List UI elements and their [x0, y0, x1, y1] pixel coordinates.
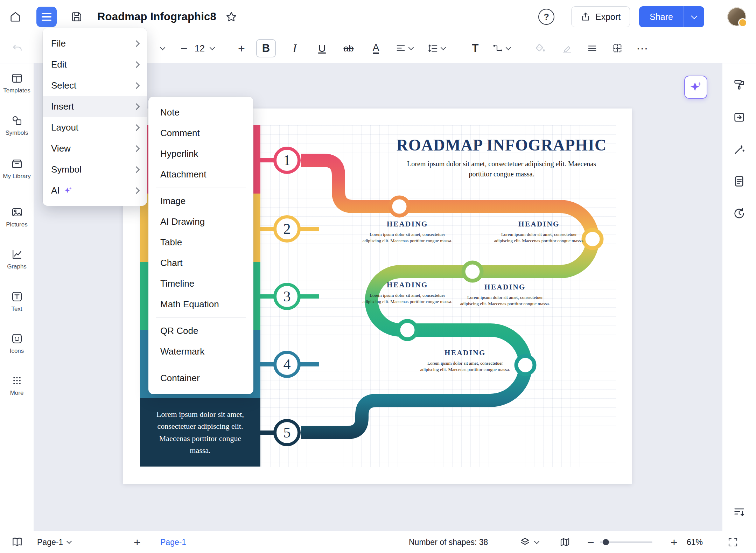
main-menu-button[interactable] — [36, 7, 57, 27]
font-family-dropdown-chevron[interactable] — [154, 39, 171, 57]
submenu-item-watermark[interactable]: Watermark — [148, 341, 253, 362]
submenu-item-math-equation[interactable]: Math Equation — [148, 294, 253, 315]
submenu-item-table[interactable]: Table — [148, 232, 253, 253]
collapse-panel-button[interactable] — [732, 504, 747, 521]
menu-divider — [156, 188, 246, 188]
menu-item-ai[interactable]: AI — [43, 180, 147, 201]
fullscreen-button[interactable] — [725, 536, 741, 548]
sidebar-item-symbols[interactable]: Symbols — [0, 115, 34, 136]
submenu-item-hyperlink[interactable]: Hyperlink — [148, 144, 253, 164]
step-circle-5[interactable]: 5 — [273, 419, 301, 446]
history-panel-button[interactable] — [732, 206, 747, 222]
share-split-button[interactable]: Share — [639, 6, 704, 27]
style-panel-button[interactable] — [732, 77, 747, 93]
submenu-item-timeline[interactable]: Timeline — [148, 273, 253, 294]
more-grid-icon — [11, 375, 23, 386]
italic-button[interactable]: I — [286, 39, 303, 57]
favorite-button[interactable] — [225, 11, 237, 23]
connector-style-button[interactable] — [490, 39, 512, 57]
text-align-button[interactable] — [393, 39, 415, 57]
notes-panel-button[interactable] — [732, 174, 747, 190]
menu-item-insert[interactable]: Insert — [43, 96, 147, 117]
submenu-item-note[interactable]: Note — [148, 102, 253, 123]
export-button[interactable]: Export — [571, 6, 630, 27]
table-borders-button[interactable] — [609, 39, 626, 57]
zoom-in-button[interactable]: + — [668, 535, 680, 550]
zoom-slider-knob[interactable] — [603, 539, 609, 545]
ai-assistant-button[interactable] — [684, 76, 707, 99]
font-color-button[interactable]: A — [368, 39, 384, 57]
strikethrough-button[interactable]: ab — [340, 39, 357, 57]
zoom-level[interactable]: 61% — [687, 538, 703, 547]
step-circle-3[interactable]: 3 — [273, 283, 301, 310]
infographic-title[interactable]: ROADMAP INFOGRAPHIC — [344, 136, 659, 154]
menu-item-view[interactable]: View — [43, 138, 147, 159]
save-button[interactable] — [71, 11, 83, 23]
submenu-item-comment[interactable]: Comment — [148, 123, 253, 144]
sidebar-item-icons[interactable]: Icons — [0, 333, 34, 355]
document-title[interactable]: Roadmap Infographic8 — [97, 10, 216, 23]
font-size-dropdown[interactable]: 12 — [195, 39, 214, 57]
minimap-button[interactable] — [557, 536, 573, 548]
zoom-out-button[interactable]: − — [585, 535, 596, 550]
bold-button[interactable]: B — [256, 39, 276, 57]
milestone-4[interactable]: HEADING Lorem ipsum dolor sit amet, cons… — [453, 283, 558, 307]
underline-button[interactable]: U — [314, 39, 330, 57]
band-step-5[interactable]: Lorem ipsum dolor sit amet, consectetuer… — [140, 398, 260, 467]
infographic-subtitle[interactable]: Lorem ipsum dolor sit amet, consectetuer… — [400, 159, 603, 179]
layers-button[interactable] — [517, 536, 541, 548]
sidebar-item-graphs[interactable]: Graphs — [0, 248, 34, 270]
fill-color-button[interactable] — [532, 39, 549, 57]
milestone-2[interactable]: HEADING Lorem ipsum dolor sit amet, cons… — [486, 220, 592, 244]
pages-panel-button[interactable] — [9, 536, 25, 548]
undo-button[interactable] — [9, 39, 26, 57]
save-icon — [71, 11, 83, 23]
submenu-item-qr-code[interactable]: QR Code — [148, 321, 253, 341]
milestone-5[interactable]: HEADING Lorem ipsum dolor sit amet, cons… — [413, 349, 518, 373]
step-circle-2[interactable]: 2 — [273, 215, 301, 243]
font-size-decrease-button[interactable]: − — [176, 39, 192, 57]
share-dropdown-button[interactable] — [684, 6, 704, 27]
submenu-item-image[interactable]: Image — [148, 191, 253, 211]
font-size-value: 12 — [195, 43, 205, 54]
more-tools-button[interactable]: ⋯ — [634, 39, 651, 57]
menu-item-layout[interactable]: Layout — [43, 117, 147, 138]
sidebar-item-more[interactable]: More — [0, 375, 34, 397]
line-style-button[interactable] — [584, 39, 601, 57]
theme-panel-button[interactable] — [732, 142, 747, 158]
sidebar-item-pictures[interactable]: Pictures — [0, 206, 34, 228]
sidebar-item-my-library[interactable]: My Library — [0, 158, 34, 180]
add-page-button[interactable]: + — [132, 535, 143, 550]
submenu-item-ai-drawing[interactable]: AI Drawing — [148, 211, 253, 232]
milestone-3[interactable]: HEADING Lorem ipsum dolor sit amet, cons… — [355, 281, 460, 305]
zoom-slider-track[interactable] — [600, 541, 652, 543]
line-spacing-button[interactable] — [426, 39, 447, 57]
home-button[interactable] — [9, 10, 22, 23]
user-avatar[interactable] — [727, 7, 746, 26]
submenu-item-container[interactable]: Container — [148, 368, 253, 388]
arrange-panel-button[interactable] — [732, 110, 747, 126]
menu-item-symbol[interactable]: Symbol — [43, 159, 147, 180]
help-button[interactable]: ? — [538, 9, 554, 25]
page-tab-page-1[interactable]: Page-1 — [160, 538, 186, 547]
text-tool-button[interactable]: T — [467, 39, 484, 57]
menu-item-select[interactable]: Select — [43, 75, 147, 96]
submenu-item-attachment[interactable]: Attachment — [148, 164, 253, 185]
page-selector-dropdown[interactable]: Page-1 — [37, 538, 71, 547]
step-circle-1[interactable]: 1 — [273, 147, 301, 174]
menu-item-file[interactable]: File — [43, 33, 147, 54]
minus-icon: − — [587, 536, 594, 549]
shapes-count: Number of shapes: 38 — [409, 538, 488, 547]
share-button[interactable]: Share — [639, 6, 684, 27]
milestone-1[interactable]: HEADING Lorem ipsum dolor sit amet, cons… — [355, 220, 460, 244]
menu-item-edit[interactable]: Edit — [43, 54, 147, 75]
font-size-increase-button[interactable]: + — [233, 39, 250, 57]
sidebar-item-templates[interactable]: Templates — [0, 72, 34, 94]
line-color-button[interactable] — [559, 39, 575, 57]
sidebar-item-text[interactable]: Text — [0, 291, 34, 313]
zoom-slider[interactable] — [600, 541, 652, 543]
chevron-down-icon — [408, 44, 414, 50]
home-icon — [9, 10, 22, 23]
step-circle-4[interactable]: 4 — [273, 351, 301, 378]
submenu-item-chart[interactable]: Chart — [148, 253, 253, 273]
